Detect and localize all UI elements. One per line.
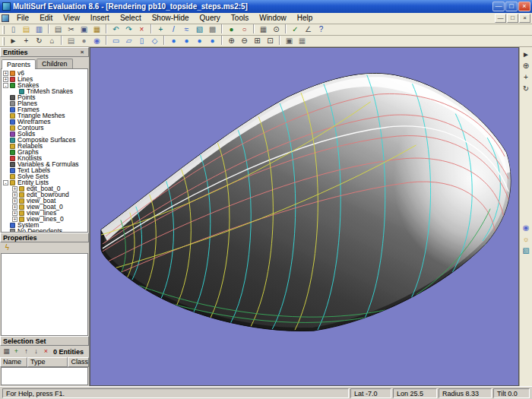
new-icon[interactable]: ▯ [7, 24, 20, 35]
tree-item-relabels[interactable]: Relabels [3, 143, 87, 149]
zoom-out-icon[interactable]: ⊖ [238, 36, 251, 46]
rt-light-icon[interactable]: ☼ [521, 233, 532, 245]
tree-expander-icon[interactable]: - [3, 83, 8, 88]
find-icon[interactable]: ⊙ [270, 24, 283, 35]
save-icon[interactable]: ▥ [33, 24, 46, 35]
menu-item[interactable]: Edit [34, 13, 58, 24]
entities-close-icon[interactable]: × [78, 49, 86, 55]
tree-expander-icon[interactable]: + [12, 186, 17, 192]
copy-icon[interactable]: ▣ [78, 24, 90, 35]
orbit-icon[interactable]: ● [167, 36, 180, 46]
grid-icon[interactable]: ▦ [296, 36, 309, 46]
insert-line-icon[interactable]: / [167, 24, 180, 35]
close-button[interactable]: × [518, 2, 530, 11]
wireframe-view-icon[interactable]: ▤ [65, 36, 78, 46]
insert-point-icon[interactable]: + [154, 24, 167, 35]
menu-item[interactable]: Show-Hide [147, 13, 195, 24]
menu-item[interactable]: Insert [85, 13, 115, 24]
mdi-close-button[interactable]: × [519, 14, 530, 23]
zoom-window-icon[interactable]: ⊞ [251, 36, 264, 46]
menu-item[interactable]: Query [195, 13, 226, 24]
measure-icon[interactable]: ∠ [302, 24, 315, 35]
insert-solid-icon[interactable]: ▩ [206, 24, 219, 35]
zoom-fit-icon[interactable]: ⊡ [264, 36, 277, 46]
toolbar-grip[interactable] [2, 26, 5, 34]
entities-tab[interactable]: Parents [2, 59, 36, 69]
undo-icon[interactable]: ↶ [109, 24, 122, 35]
mdi-minimize-button[interactable]: — [495, 14, 506, 23]
tree-expander-icon[interactable]: + [12, 192, 17, 198]
tree-item-contours[interactable]: Contours [3, 125, 87, 131]
render-view-icon[interactable]: ◉ [90, 36, 103, 46]
menu-item[interactable]: Tools [226, 13, 254, 24]
sel-clear-icon[interactable]: × [41, 347, 51, 356]
print-icon[interactable]: ▤ [52, 24, 65, 35]
zoom-in-icon[interactable]: ⊕ [225, 36, 238, 46]
properties-body[interactable] [1, 253, 88, 336]
open-icon[interactable]: ▤ [20, 24, 33, 35]
rt-rotate-icon[interactable]: ↻ [521, 83, 532, 94]
home-view-icon[interactable]: ⌂ [46, 36, 59, 46]
tree-expander-icon[interactable]: + [12, 211, 17, 216]
minimize-button[interactable]: — [492, 2, 505, 11]
shaded-view-icon[interactable]: ● [78, 36, 90, 46]
tree-item-planes[interactable]: Planes [3, 100, 87, 106]
spin-icon[interactable]: ● [180, 36, 193, 46]
select-cursor-icon[interactable]: ► [7, 36, 20, 46]
selection-column-header[interactable]: Class [68, 357, 89, 367]
tree-item-view-lines-0[interactable]: + view_lines_0 [3, 216, 87, 222]
selection-body[interactable] [1, 367, 88, 385]
pan-icon[interactable]: + [20, 36, 33, 46]
tree-expander-icon[interactable]: + [12, 217, 17, 222]
tree-expander-icon[interactable]: + [12, 198, 17, 204]
insert-surface-icon[interactable]: ▧ [193, 24, 206, 35]
look-icon[interactable]: ● [193, 36, 206, 46]
tree-expander-icon[interactable]: + [3, 71, 8, 76]
select-all-icon[interactable]: ▦ [257, 24, 270, 35]
toolbar-grip[interactable] [2, 37, 5, 46]
delete-icon[interactable]: × [135, 24, 148, 35]
camera-icon[interactable]: ▣ [283, 36, 296, 46]
tree-expander-icon[interactable]: + [12, 204, 17, 210]
check-model-icon[interactable]: ✓ [289, 24, 302, 35]
sel-list-icon[interactable]: ▦ [2, 347, 11, 356]
rt-zoom-icon[interactable]: ⊕ [521, 60, 532, 71]
tree-item-graphs[interactable]: Graphs [3, 149, 87, 155]
tree-item-wireframes[interactable]: Wireframes [3, 119, 87, 125]
sel-add-icon[interactable]: + [11, 347, 21, 356]
selection-column-header[interactable]: Name [0, 357, 27, 367]
hide-icon[interactable]: ○ [238, 24, 251, 35]
formula-icon[interactable]: ϟ [2, 243, 12, 252]
view-top-icon[interactable]: ▱ [122, 36, 135, 46]
fly-icon[interactable]: ● [206, 36, 219, 46]
mdi-restore-button[interactable]: □ [507, 14, 518, 23]
rt-select-icon[interactable]: ► [521, 49, 532, 60]
sel-up-icon[interactable]: ↑ [21, 347, 31, 356]
tree-item-trimesh-snakes[interactable]: TriMesh Snakes [3, 88, 87, 94]
view-front-icon[interactable]: ▭ [109, 36, 122, 46]
tree-item-v6[interactable]: + v6 [3, 70, 87, 76]
tree-item-points[interactable]: Points [3, 94, 87, 100]
paste-icon[interactable]: ▦ [90, 24, 103, 35]
tree-expander-icon[interactable]: - [3, 180, 8, 185]
tree-expander-icon[interactable]: + [3, 77, 8, 82]
insert-curve-icon[interactable]: ≈ [180, 24, 193, 35]
tree-item-lines[interactable]: + Lines [3, 76, 87, 82]
tree-item-composite-surfaces[interactable]: Composite Surfaces [3, 137, 87, 143]
render-viewport[interactable] [90, 47, 519, 386]
menu-item[interactable]: Select [115, 13, 147, 24]
view-perspective-icon[interactable]: ◇ [148, 36, 161, 46]
rt-pan-icon[interactable]: + [521, 71, 532, 83]
help-icon[interactable]: ? [315, 24, 328, 35]
sel-down-icon[interactable]: ↓ [31, 347, 41, 356]
menu-item[interactable]: File [11, 13, 34, 24]
menu-item[interactable]: View [58, 13, 85, 24]
entities-tab[interactable]: Children [36, 59, 73, 68]
rt-material-icon[interactable]: ▧ [521, 245, 532, 256]
menu-item[interactable]: Window [254, 13, 292, 24]
hull-render-canvas[interactable] [90, 48, 518, 385]
rotate-view-icon[interactable]: ↻ [33, 36, 46, 46]
cut-icon[interactable]: ✂ [65, 24, 78, 35]
selection-column-header[interactable]: Type [27, 357, 68, 367]
menu-item[interactable]: Help [292, 13, 318, 24]
